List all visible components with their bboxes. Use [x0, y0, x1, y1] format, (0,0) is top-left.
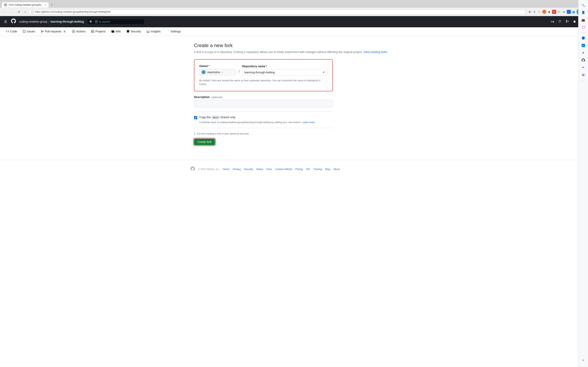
main-content: Create a new fork A fork is a copy of a … [191, 36, 397, 152]
footer-terms[interactable]: Terms [223, 168, 230, 171]
nav-security[interactable]: Security [124, 27, 144, 36]
ext-shield[interactable]: 🛡 [557, 10, 561, 14]
copy-branch-section: Copy the main branch only Contribute bac… [194, 116, 394, 124]
footer-docs[interactable]: Docs [267, 168, 272, 171]
ext-star2[interactable]: ★ [562, 10, 566, 14]
nav-wiki[interactable]: Wiki [109, 27, 124, 36]
repo-nav: Code Issues Pull requests 1 Actions Proj… [0, 27, 588, 36]
org-link[interactable]: coding-newbies-group [19, 20, 47, 23]
global-search[interactable]: / to search [87, 19, 144, 25]
timer-button[interactable]: ⏱ [557, 19, 563, 24]
fork-note: By default, forks are named the same as … [199, 79, 328, 86]
nav-projects-label: Projects [95, 30, 106, 33]
nav-issues[interactable]: Issues [20, 27, 38, 36]
new-tab-button[interactable]: + [49, 2, 55, 8]
address-bar[interactable]: https://github.com/coding-newbies-group/… [29, 9, 526, 14]
svg-rect-1 [5, 4, 6, 5]
copy-branch-sub: Contribute back to coding-newbies-group/… [199, 121, 394, 124]
owner-label: Owner* [199, 64, 236, 68]
github-logo[interactable] [11, 18, 16, 25]
sidebar-briefcase-icon[interactable]: 💼 [580, 17, 586, 23]
repo-name-value: learning-through-betting [244, 71, 275, 74]
tab-title: Fork coding-newbies-group/le... [9, 3, 43, 6]
nav-settings[interactable]: Settings [164, 27, 184, 36]
sidebar-github-icon[interactable] [580, 57, 586, 63]
nav-code-label: Code [10, 30, 17, 33]
nav-actions-label: Actions [76, 30, 86, 33]
home-button[interactable]: ⌂ [23, 9, 27, 14]
owner-field: Owner* vwumumu ▾ [199, 64, 236, 75]
footer-contact[interactable]: Contact GitHub [275, 168, 292, 171]
create-fork-button[interactable]: Create fork [194, 139, 215, 145]
github-header: ☰ coding-newbies-group / learning-throug… [0, 16, 588, 27]
ext-circle[interactable]: ◉ [547, 10, 551, 14]
sidebar-person-icon[interactable] [580, 25, 586, 30]
description-input[interactable] [194, 100, 333, 107]
footer-status[interactable]: Status [256, 168, 263, 171]
nav-insights[interactable]: Insights [144, 27, 164, 36]
description-section: Description (optional) [194, 95, 333, 107]
refresh-button[interactable]: ↺ [16, 9, 21, 14]
footer-api[interactable]: API [306, 168, 310, 171]
nav-pull-requests[interactable]: Pull requests 1 [38, 27, 69, 36]
hamburger-menu[interactable]: ☰ [3, 19, 8, 25]
description-label: Description (optional) [194, 95, 333, 99]
ext-blue[interactable]: 🔵 [567, 10, 571, 14]
back-button[interactable]: ← [2, 9, 8, 14]
search-text-after: to search [99, 20, 110, 23]
browser-chrome: Fork coding-newbies-group/le... × + ← → … [0, 0, 588, 16]
ext-people[interactable]: 👥 [572, 10, 576, 14]
footer-privacy[interactable]: Privacy [233, 168, 241, 171]
sidebar-plane-icon[interactable]: ✈ [580, 50, 586, 56]
tab-close-btn[interactable]: × [45, 4, 46, 6]
notifications-button[interactable] [572, 19, 577, 25]
footer-security[interactable]: Security [244, 168, 253, 171]
pull-request-icon[interactable] [564, 19, 570, 25]
copyright: © 2023 GitHub, Inc. [198, 168, 220, 171]
footer-training[interactable]: Training [313, 168, 322, 171]
sidebar-outlook-icon[interactable]: ✉ [580, 43, 586, 48]
active-tab[interactable]: Fork coding-newbies-group/le... × [2, 2, 49, 8]
fork-description: A fork is a copy of a repository. Forkin… [194, 50, 394, 54]
copy-branch-label[interactable]: Copy the main branch only [199, 116, 235, 119]
sidebar-divider-2 [581, 80, 586, 80]
sidebar-divider-1 [581, 33, 586, 33]
copy-branch-row: Copy the main branch only [194, 116, 333, 119]
nav-actions[interactable]: Actions [69, 27, 88, 36]
copy-branch-checkbox[interactable] [194, 116, 197, 119]
browser-extensions: ⊞ A ☆ 🦊 ◉ R 🛡 ★ 🔵 👥 ⋯ [527, 10, 586, 14]
info-icon: ℹ [194, 132, 195, 135]
footer-links: Terms Privacy Security Status Docs Conta… [223, 168, 340, 171]
ext-star[interactable]: ☆ [537, 10, 541, 14]
nav-projects[interactable]: Projects [88, 27, 109, 36]
sidebar-shield-icon[interactable] [580, 35, 586, 41]
ext-grid[interactable]: ⊞ [527, 10, 532, 14]
sidebar-search-icon[interactable]: 🔍 [580, 2, 586, 8]
learn-more-link[interactable]: Learn more. [302, 121, 315, 124]
form-divider-2 [194, 128, 333, 128]
url-display: https://github.com/coding-newbies-group/… [35, 10, 523, 13]
ext-fox[interactable]: 🦊 [542, 10, 546, 14]
owner-value: vwumumu [207, 71, 220, 74]
sidebar-bookmark-icon[interactable] [580, 10, 586, 16]
nav-code[interactable]: Code [3, 27, 20, 36]
search-kbd: / [95, 20, 98, 23]
repo-name-input[interactable]: learning-through-betting ✓ [242, 69, 328, 75]
ext-font[interactable]: A [532, 10, 536, 14]
plus-button[interactable]: +▾ [549, 19, 555, 25]
owner-dropdown[interactable]: vwumumu ▾ [199, 69, 236, 75]
ext-red[interactable]: R [552, 10, 556, 14]
view-forks-link[interactable]: View existing forks. [364, 50, 388, 54]
branch-name-tag: main [212, 116, 220, 119]
footer-logo [191, 167, 195, 172]
footer-pricing[interactable]: Pricing [295, 168, 303, 171]
forward-button[interactable]: → [9, 9, 15, 14]
footer-about[interactable]: About [333, 168, 340, 171]
footer-blog[interactable]: Blog [325, 168, 330, 171]
sidebar-alien-icon[interactable]: 👾 [580, 72, 586, 78]
nav-pr-label: Pull requests [45, 30, 61, 33]
repo-name-link[interactable]: learning-through-betting [51, 20, 84, 23]
desc-italic: fork [196, 50, 201, 54]
sidebar-pencil-icon[interactable]: ✏ [580, 65, 586, 70]
nav-issues-label: Issues [27, 30, 35, 33]
